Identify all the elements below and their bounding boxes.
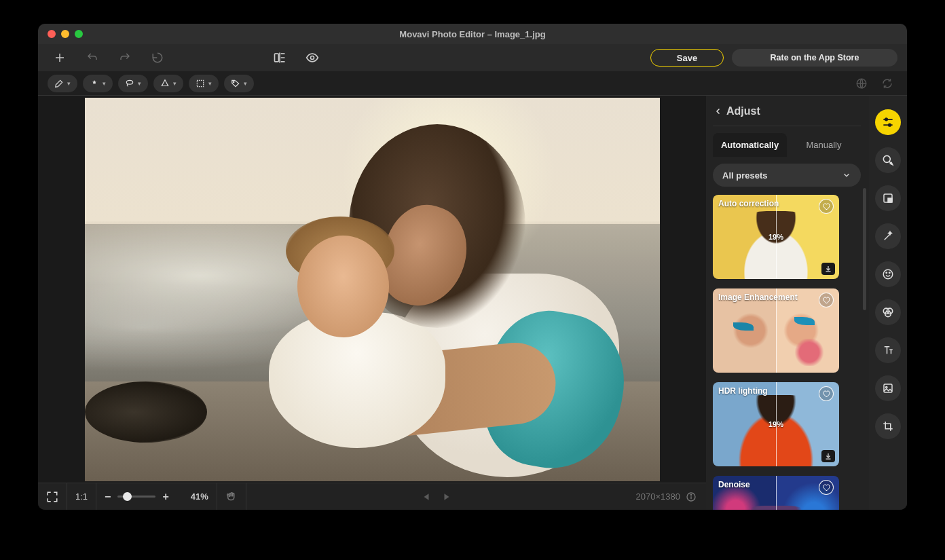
effects-tool-button[interactable]	[875, 223, 901, 249]
svg-marker-9	[162, 79, 168, 86]
background-tool-button[interactable]	[875, 185, 901, 211]
tab-auto-label: Automatically	[721, 140, 779, 150]
preset-percent: 19%	[768, 420, 783, 428]
svg-point-21	[885, 118, 887, 120]
tag-tool[interactable]: ▾	[224, 75, 254, 92]
svg-point-30	[889, 272, 891, 274]
adjust-tool-button[interactable]	[875, 109, 901, 135]
chevron-down-icon: ▾	[173, 80, 177, 87]
favorite-button[interactable]	[819, 480, 834, 495]
preset-hdr-lighting[interactable]: HDR lighting 19%	[713, 382, 839, 466]
add-image-button[interactable]	[48, 45, 72, 70]
brush-icon	[54, 79, 64, 88]
preset-label: HDR lighting	[718, 386, 768, 396]
zoom-in-button[interactable]: +	[162, 491, 168, 503]
text-icon	[882, 344, 894, 356]
preset-image-enhancement[interactable]: Image Enhancement	[713, 288, 839, 373]
actual-size-button[interactable]: 1:1	[67, 483, 96, 510]
top-toolbar: Save Rate on the App Store	[38, 44, 907, 71]
svg-point-7	[311, 56, 314, 60]
pin-tool[interactable]: ▾	[83, 75, 113, 92]
panel-back[interactable]: Adjust	[713, 102, 861, 126]
favorite-button[interactable]	[819, 293, 834, 307]
tag-icon	[231, 79, 240, 88]
window-title: Movavi Photo Editor – Image_1.jpg	[38, 29, 907, 39]
pin-icon	[90, 79, 99, 88]
marquee-tool[interactable]: ▾	[189, 75, 219, 92]
smile-icon	[882, 268, 894, 280]
right-rail	[869, 96, 907, 510]
tab-manually[interactable]: Manually	[787, 133, 861, 157]
color-tool-button[interactable]	[875, 299, 901, 325]
zoom-slider-thumb[interactable]	[123, 492, 132, 501]
preset-list[interactable]: Auto correction 19% Image Enhancement	[713, 195, 861, 510]
chevron-down-icon: ▾	[67, 80, 71, 87]
adjust-tabs: Automatically Manually	[713, 133, 861, 157]
crop-icon	[882, 420, 894, 432]
right-panel: Adjust Automatically Manually All preset…	[706, 96, 907, 510]
chevron-down-icon: ▾	[138, 80, 141, 87]
image-icon	[882, 382, 894, 394]
crop-tool-button[interactable]	[875, 413, 901, 439]
undo-button[interactable]	[80, 45, 105, 70]
reset-button[interactable]	[145, 45, 170, 70]
tab-automatically[interactable]: Automatically	[713, 133, 787, 157]
download-icon[interactable]	[821, 263, 835, 275]
save-button[interactable]: Save	[650, 49, 724, 67]
preset-auto-correction[interactable]: Auto correction 19%	[713, 195, 839, 279]
canvas-viewport[interactable]	[38, 96, 706, 483]
chevron-down-icon: ▾	[103, 80, 106, 87]
redo-button[interactable]	[113, 45, 137, 70]
favorite-button[interactable]	[819, 199, 834, 214]
preset-denoise[interactable]: Denoise	[713, 476, 839, 510]
fit-screen-button[interactable]	[38, 483, 67, 510]
lasso-tool[interactable]: ▾	[118, 75, 148, 92]
erase-tool-button[interactable]	[875, 147, 901, 173]
preview-eye-button[interactable]	[300, 45, 325, 70]
svg-point-17	[690, 494, 691, 495]
polygon-tool[interactable]: ▾	[153, 75, 183, 92]
presets-dropdown[interactable]: All presets	[713, 164, 861, 187]
face-tool-button[interactable]	[875, 261, 901, 287]
edited-image	[85, 98, 660, 481]
image-info: 2070×1380	[627, 491, 706, 502]
prev-icon[interactable]	[422, 492, 431, 502]
rate-app-store-button[interactable]: Rate on the App Store	[732, 49, 897, 67]
svg-point-28	[883, 269, 893, 279]
titlebar: Movavi Photo Editor – Image_1.jpg	[38, 24, 907, 44]
selection-toolbar: ▾ ▾ ▾ ▾ ▾ ▾	[38, 71, 907, 96]
svg-point-23	[889, 124, 891, 126]
preset-label: Image Enhancement	[718, 293, 798, 302]
insert-image-button[interactable]	[875, 375, 901, 401]
compare-split-button[interactable]	[267, 45, 292, 70]
info-icon[interactable]	[686, 491, 697, 502]
scrollbar[interactable]	[863, 188, 866, 310]
svg-point-35	[886, 386, 887, 388]
svg-marker-13	[424, 493, 428, 500]
svg-point-29	[886, 272, 887, 274]
rate-button-label: Rate on the App Store	[771, 53, 859, 62]
magic-wand-icon	[882, 230, 894, 242]
preset-percent: 19%	[768, 233, 783, 241]
text-tool-button[interactable]	[875, 337, 901, 363]
zoom-slider[interactable]	[117, 496, 155, 498]
zoom-percent-label: 41%	[191, 491, 208, 502]
panel-content: Adjust Automatically Manually All preset…	[706, 96, 869, 510]
chevron-left-icon	[714, 107, 722, 115]
next-icon[interactable]	[442, 492, 451, 502]
zoom-out-button[interactable]: −	[105, 491, 111, 503]
tab-manual-label: Manually	[806, 140, 841, 150]
preset-label: Denoise	[718, 480, 750, 489]
sliders-icon	[881, 115, 895, 129]
svg-marker-25	[890, 162, 892, 164]
chevron-down-icon: ▾	[244, 80, 247, 87]
svg-point-11	[233, 81, 234, 82]
favorite-button[interactable]	[819, 386, 834, 401]
presets-dropdown-label: All presets	[722, 170, 767, 181]
globe-icon	[851, 73, 872, 94]
bottom-bar: 1:1 − + 41%	[38, 483, 706, 510]
brush-tool[interactable]: ▾	[48, 75, 77, 92]
pan-tool-button[interactable]	[217, 483, 246, 510]
download-icon[interactable]	[821, 450, 835, 462]
svg-rect-34	[884, 384, 892, 392]
